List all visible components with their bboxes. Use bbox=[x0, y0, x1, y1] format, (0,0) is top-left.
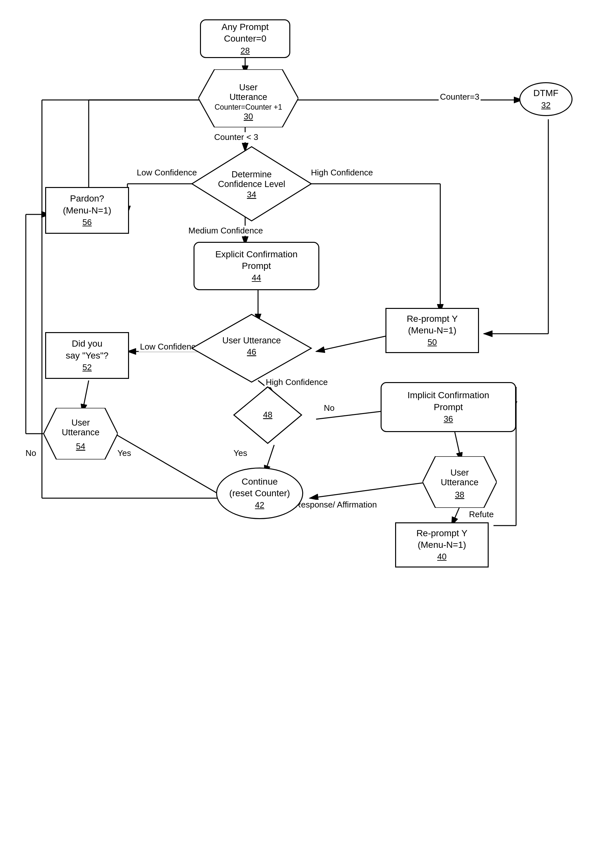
counter3-label: Counter=3 bbox=[439, 92, 481, 102]
svg-text:46: 46 bbox=[247, 347, 256, 356]
svg-line-15 bbox=[310, 482, 429, 498]
continue-text: Continue(reset Counter) bbox=[230, 476, 290, 499]
user-utterance-30-wrapper: User Utterance Counter=Counter +1 30 bbox=[199, 69, 298, 129]
pardon-text: Pardon?(Menu-N=1) bbox=[63, 193, 111, 216]
yes-48-label: Yes bbox=[232, 448, 248, 458]
diamond-48-wrapper: 48 bbox=[232, 385, 303, 446]
svg-text:Counter=Counter +1: Counter=Counter +1 bbox=[214, 103, 282, 111]
dtmf-node: DTMF 32 bbox=[519, 82, 572, 116]
continue-42-node: Continue(reset Counter) 42 bbox=[216, 468, 303, 519]
svg-text:Utterance: Utterance bbox=[62, 428, 99, 437]
svg-text:Determine: Determine bbox=[231, 170, 272, 179]
svg-line-20 bbox=[316, 334, 397, 352]
reprompt-y-40-ref: 40 bbox=[437, 551, 447, 562]
user-utterance-38-wrapper: User Utterance 38 bbox=[422, 456, 497, 509]
user-utterance-54-wrapper: User Utterance 54 bbox=[43, 408, 118, 461]
did-you-say-ref: 52 bbox=[82, 362, 92, 373]
flowchart-diagram: Counter=3 Counter < 3 Low Confidence Hig… bbox=[0, 0, 608, 868]
svg-text:User: User bbox=[450, 468, 468, 477]
user-utterance-38-hex: User Utterance 38 bbox=[422, 456, 497, 508]
svg-text:38: 38 bbox=[455, 490, 464, 499]
user-utterance-54-hex: User Utterance 54 bbox=[43, 408, 118, 459]
no-54-label: No bbox=[24, 448, 37, 458]
any-prompt-counter-node: Any PromptCounter=0 28 bbox=[200, 19, 290, 58]
explicit-prompt-text: Explicit ConfirmationPrompt bbox=[215, 249, 298, 272]
svg-text:48: 48 bbox=[263, 410, 273, 420]
low-confidence-top-label: Low Confidence bbox=[135, 168, 198, 178]
svg-text:34: 34 bbox=[247, 190, 256, 199]
pardon-node: Pardon?(Menu-N=1) 56 bbox=[45, 187, 129, 234]
medium-confidence-label: Medium Confidence bbox=[187, 226, 264, 236]
dtmf-text: DTMF bbox=[534, 87, 558, 99]
dtmf-ref: 32 bbox=[541, 100, 551, 111]
svg-text:User Utterance: User Utterance bbox=[222, 336, 281, 345]
svg-text:Confidence Level: Confidence Level bbox=[218, 179, 285, 189]
diamond-48: 48 bbox=[232, 385, 303, 445]
pardon-ref: 56 bbox=[82, 217, 92, 228]
did-you-say-text: Did yousay "Yes"? bbox=[66, 338, 109, 361]
determine-confidence-wrapper: Determine Confidence Level 34 bbox=[190, 145, 313, 224]
reprompt-y-40-text: Re-prompt Y(Menu-N=1) bbox=[416, 527, 467, 551]
svg-text:Utterance: Utterance bbox=[440, 477, 478, 487]
reprompt-y-50-ref: 50 bbox=[428, 337, 437, 348]
counter-lt3-label: Counter < 3 bbox=[213, 132, 260, 142]
did-you-say-node: Did yousay "Yes"? 52 bbox=[45, 332, 129, 379]
svg-line-27 bbox=[115, 434, 226, 498]
yes-52-label: Yes bbox=[116, 448, 132, 458]
reprompt-y-50-text: Re-prompt Y(Menu-N=1) bbox=[407, 313, 458, 336]
reprompt-y-50-node: Re-prompt Y(Menu-N=1) 50 bbox=[385, 308, 479, 353]
implicit-prompt-text: Implicit ConfirmationPrompt bbox=[407, 389, 489, 413]
svg-text:54: 54 bbox=[76, 442, 85, 451]
refute-label: Refute bbox=[468, 510, 495, 519]
high-confidence-top-label: High Confidence bbox=[310, 168, 374, 178]
svg-text:User: User bbox=[239, 82, 257, 92]
continue-ref: 42 bbox=[255, 500, 265, 511]
user-utterance-30-hex: User Utterance Counter=Counter +1 30 bbox=[199, 69, 298, 127]
user-utterance-46-wrapper: User Utterance 46 bbox=[190, 313, 313, 385]
svg-text:User: User bbox=[71, 418, 90, 428]
explicit-prompt-ref: 44 bbox=[252, 273, 261, 284]
explicit-prompt-node: Explicit ConfirmationPrompt 44 bbox=[194, 242, 320, 290]
implicit-prompt-node: Implicit ConfirmationPrompt 36 bbox=[381, 382, 516, 432]
implicit-prompt-ref: 36 bbox=[444, 414, 453, 425]
any-prompt-counter-ref: 28 bbox=[240, 45, 250, 56]
any-prompt-counter-text: Any PromptCounter=0 bbox=[222, 21, 269, 45]
determine-confidence-diamond: Determine Confidence Level 34 bbox=[190, 145, 313, 222]
no-48-label: No bbox=[323, 403, 336, 413]
svg-text:30: 30 bbox=[244, 112, 253, 121]
svg-text:Utterance: Utterance bbox=[230, 92, 267, 102]
user-utterance-46-diamond: User Utterance 46 bbox=[190, 313, 313, 384]
reprompt-y-40-node: Re-prompt Y(Menu-N=1) 40 bbox=[395, 522, 489, 567]
